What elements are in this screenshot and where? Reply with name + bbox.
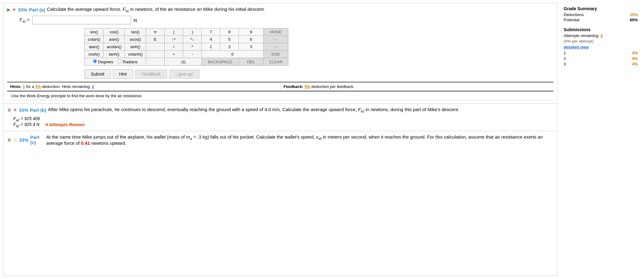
calculator: sin() cos() tan() π ( ) 7 8 9 HOME	[84, 28, 553, 66]
btn-0[interactable]: 0	[201, 51, 263, 58]
btn-home[interactable]: HOME	[263, 28, 288, 36]
btn-empty3	[146, 58, 164, 66]
feedback-label: Feedback:	[284, 84, 303, 89]
btn-6[interactable]: 6	[239, 36, 263, 43]
attempts-row: Attempts remaining: 2	[564, 33, 638, 38]
btn-clear[interactable]: CLEAR	[263, 58, 288, 66]
radians-label[interactable]: Radians	[118, 60, 138, 64]
btn-7[interactable]: 7	[201, 28, 220, 36]
attempts-label: Attempts remaining: 2	[564, 33, 603, 38]
calc-table: sin() cos() tan() π ( ) 7 8 9 HOME	[84, 28, 288, 66]
part-b-header: 🖥 ✕ 33% Part (b) After Mike opens his pa…	[7, 107, 553, 113]
igiveup-button[interactable]: I give up!	[169, 69, 200, 79]
part-c-header: 🖥 ⚠ 33% Part (c) At the same time Mike j…	[7, 134, 553, 146]
part-b-section: 🖥 ✕ 33% Part (b) After Mike opens his pa…	[3, 104, 557, 131]
btn-cos[interactable]: cos()	[104, 28, 125, 36]
attempts-count[interactable]: 2	[600, 33, 603, 38]
btn-3[interactable]: 3	[239, 43, 263, 51]
btn-cotanh[interactable]: cotanh()	[125, 51, 146, 58]
part-b-label: Part (b)	[30, 107, 46, 113]
calc-row-deg: Degrees Radians √() BACKSPACE DEL	[85, 58, 288, 66]
calc-row-2: cotan() asin() acos() E ↑^ ^↓ 4 5 6 ←	[85, 36, 288, 43]
btn-backspace[interactable]: BACKSPACE	[201, 58, 239, 66]
calc-row-4: cosh() tanh() cotanh() + - 0 END	[85, 51, 288, 58]
part-a-label: Part (a)	[29, 7, 45, 12]
hints-count[interactable]: 1	[23, 84, 25, 89]
radians-radio[interactable]	[118, 59, 122, 63]
deg-rad-cell: Degrees Radians	[85, 58, 146, 66]
btn-atan[interactable]: atan()	[85, 43, 104, 51]
btn-asin[interactable]: asin()	[104, 36, 125, 43]
part-a-section: ▶ ✕ 33% Part (a) Calculate the average u…	[3, 3, 557, 104]
degrees-label[interactable]: Degrees	[93, 60, 114, 64]
btn-divide[interactable]: /	[164, 43, 183, 51]
btn-9[interactable]: 9	[239, 28, 263, 36]
hints-deduction-text: deduction. Hints remaining:	[42, 84, 91, 89]
btn-up-exp[interactable]: ↑^	[164, 36, 183, 43]
feedback-section: Feedback: 5% deduction per feedback.	[281, 82, 554, 91]
deductions-row: Deductions 15%	[564, 12, 638, 17]
calc-row-1: sin() cos() tan() π ( ) 7 8 9 HOME	[85, 28, 288, 36]
sub-num-2: 2	[564, 56, 566, 61]
btn-4[interactable]: 4	[201, 36, 220, 43]
x-icon-a: ✕	[12, 7, 16, 12]
btn-cotan[interactable]: cotan()	[85, 36, 104, 43]
btn-tanh[interactable]: tanh()	[104, 51, 125, 58]
btn-open-paren[interactable]: (	[164, 28, 183, 36]
btn-e[interactable]: E	[146, 36, 164, 43]
btn-end[interactable]: END	[263, 51, 288, 58]
hints-feedback-bar: Hints: 1 for a 3% deduction. Hints remai…	[7, 82, 553, 100]
hint-button[interactable]: Hint	[113, 69, 133, 79]
submissions-title: Submissions	[564, 27, 638, 32]
sub-pct-3: 4%	[632, 62, 638, 66]
input-label-fa1: Fa1 =	[19, 17, 30, 23]
btn-cosh[interactable]: cosh()	[85, 51, 104, 58]
hint-text-content: -Use the Work-Energy principle to find t…	[7, 91, 553, 100]
sub-pct-2: 4%	[632, 56, 638, 61]
sub-row-1: 1 4%	[564, 51, 638, 55]
sub-row-3: 3 4%	[564, 62, 638, 66]
btn-multiply[interactable]: *	[183, 43, 201, 51]
btn-minus[interactable]: -	[183, 51, 201, 58]
btn-empty2	[146, 51, 164, 58]
hints-label: Hints:	[10, 84, 22, 89]
btn-empty1	[146, 43, 164, 51]
hints-remaining[interactable]: 2	[92, 84, 94, 89]
btn-2[interactable]: 2	[220, 43, 239, 51]
part-c-section: 🖥 ⚠ 33% Part (c) At the same time Mike j…	[3, 131, 557, 152]
btn-sinh[interactable]: sinh()	[125, 43, 146, 51]
part-a-header: ▶ ✕ 33% Part (a) Calculate the average u…	[7, 6, 553, 13]
calc-row-3: atan() acotan() sinh() / * 1 2 3 →	[85, 43, 288, 51]
btn-acotan[interactable]: acotan()	[104, 43, 125, 51]
btn-forward-arrow[interactable]: →	[263, 43, 288, 51]
btn-plus[interactable]: +	[164, 51, 183, 58]
btn-close-paren[interactable]: )	[183, 28, 201, 36]
play-icon: ▶	[7, 7, 11, 12]
btn-8[interactable]: 8	[220, 28, 239, 36]
part-c-pct: 33%	[19, 137, 28, 143]
hints-pct[interactable]: 3%	[35, 84, 41, 89]
degrees-radio[interactable]	[93, 59, 97, 63]
btn-back-arrow[interactable]: ←	[263, 36, 288, 43]
part-a-input-row: Fa1 = N	[19, 16, 553, 24]
sub-row-2: 2 4%	[564, 56, 638, 61]
right-panel: Grade Summary Deductions 15% Potential 8…	[561, 3, 641, 276]
btn-sqrt[interactable]: √()	[164, 58, 201, 66]
part-a-pct: 33%	[18, 7, 27, 12]
btn-sin[interactable]: sin()	[85, 28, 104, 36]
answer-input-a[interactable]	[32, 16, 131, 24]
btn-5[interactable]: 5	[220, 36, 239, 43]
detailed-view-link[interactable]: detailed view	[564, 45, 589, 49]
btn-down-exp[interactable]: ^↓	[183, 36, 201, 43]
btn-pi[interactable]: π	[146, 28, 164, 36]
grade-summary: Grade Summary Deductions 15% Potential 8…	[564, 6, 638, 22]
feedback-button[interactable]: Feedback	[135, 69, 167, 79]
submit-button[interactable]: Submit	[84, 69, 111, 79]
btn-del[interactable]: DEL	[239, 58, 263, 66]
result-2-val: Fa2 = 925.4 N	[13, 122, 40, 128]
action-buttons: Submit Hint Feedback I give up!	[84, 69, 553, 79]
btn-1[interactable]: 1	[201, 43, 220, 51]
btn-acos[interactable]: acos()	[125, 36, 146, 43]
btn-tan[interactable]: tan()	[125, 28, 146, 36]
feedback-text: deduction per feedback.	[311, 84, 354, 89]
